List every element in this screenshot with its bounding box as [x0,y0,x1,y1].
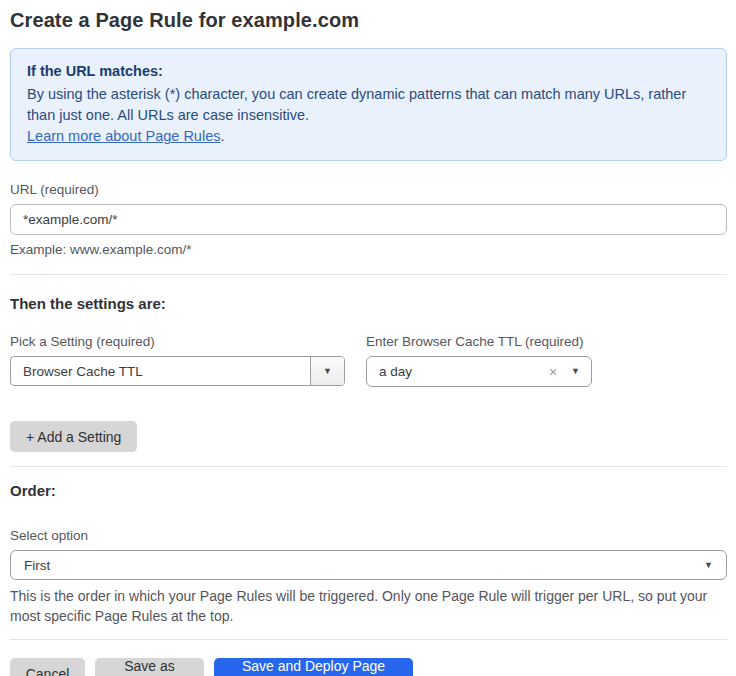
order-select-label: Select option [10,528,727,543]
ttl-select[interactable]: a day × ▼ [366,356,592,387]
save-as-draft-button[interactable]: Save as Draft [95,658,204,676]
save-and-deploy-button[interactable]: Save and Deploy Page Rule [214,658,413,676]
link-suffix: . [220,128,224,144]
page-title: Create a Page Rule for example.com [10,9,727,32]
pick-setting-value: Browser Cache TTL [11,357,310,385]
url-match-info-box: If the URL matches: By using the asteris… [10,48,727,161]
info-box-link-line: Learn more about Page Rules. [27,126,710,147]
url-input[interactable] [10,204,727,235]
chevron-down-icon: ▼ [704,561,713,570]
footer-actions: Cancel Save as Draft Save and Deploy Pag… [10,658,727,676]
pick-setting-column: Pick a Setting (required) Browser Cache … [10,334,345,387]
ttl-value: a day [379,364,549,379]
settings-section-heading: Then the settings are: [10,295,727,312]
cancel-button[interactable]: Cancel [10,658,85,676]
url-field-label: URL (required) [10,182,727,197]
caret-box[interactable]: ▼ [310,357,344,385]
order-select[interactable]: First ▼ [10,550,727,580]
url-example-helper: Example: www.example.com/* [10,242,727,257]
clear-icon[interactable]: × [549,365,557,379]
divider [10,466,727,467]
ttl-column: Enter Browser Cache TTL (required) a day… [366,334,592,387]
info-box-heading: If the URL matches: [27,61,710,82]
add-setting-button[interactable]: + Add a Setting [10,421,137,452]
page-rule-form: Create a Page Rule for example.com If th… [0,0,736,676]
divider [10,639,727,640]
order-section-heading: Order: [10,482,727,499]
divider [10,274,727,275]
order-help-text: This is the order in which your Page Rul… [10,586,727,626]
chevron-down-icon: ▼ [323,367,332,376]
ttl-label: Enter Browser Cache TTL (required) [366,334,592,349]
pick-setting-select[interactable]: Browser Cache TTL ▼ [10,356,345,386]
info-box-body: By using the asterisk (*) character, you… [27,84,707,126]
pick-setting-label: Pick a Setting (required) [10,334,345,349]
chevron-down-icon: ▼ [571,367,580,376]
learn-more-link[interactable]: Learn more about Page Rules [27,128,220,144]
settings-row: Pick a Setting (required) Browser Cache … [10,334,727,387]
order-select-value: First [24,558,704,573]
